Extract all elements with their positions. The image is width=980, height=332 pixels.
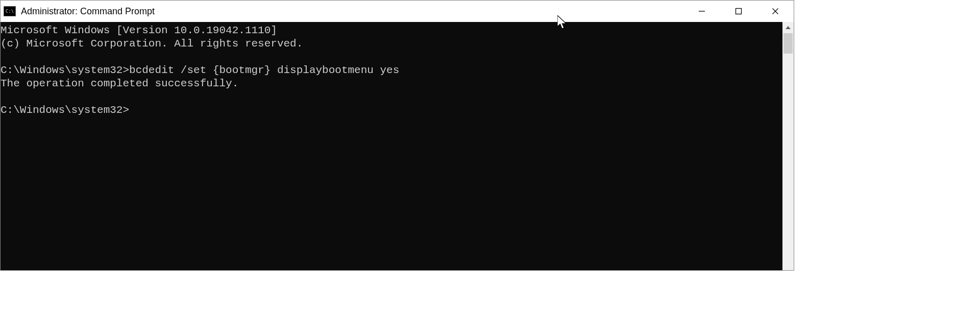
window-controls bbox=[683, 1, 794, 22]
app-icon-text: C:\ bbox=[6, 9, 14, 14]
minimize-button[interactable] bbox=[683, 1, 720, 22]
terminal-line bbox=[1, 90, 782, 104]
minimize-icon bbox=[698, 8, 705, 15]
scroll-track[interactable] bbox=[782, 33, 794, 270]
close-icon bbox=[772, 8, 779, 15]
terminal-line bbox=[1, 51, 782, 64]
terminal-area[interactable]: Microsoft Windows [Version 10.0.19042.11… bbox=[1, 22, 782, 270]
maximize-icon bbox=[735, 8, 742, 15]
command-prompt-window: C:\ Administrator: Command Prompt Micros… bbox=[0, 0, 794, 271]
titlebar[interactable]: C:\ Administrator: Command Prompt bbox=[1, 1, 794, 22]
terminal-line: The operation completed successfully. bbox=[1, 77, 782, 90]
svg-rect-1 bbox=[736, 9, 742, 14]
terminal-line: (c) Microsoft Corporation. All rights re… bbox=[1, 37, 782, 51]
scroll-up-arrow[interactable] bbox=[782, 22, 794, 33]
window-title: Administrator: Command Prompt bbox=[21, 6, 155, 17]
terminal-line: C:\Windows\system32>bcdedit /set {bootmg… bbox=[1, 64, 782, 77]
maximize-button[interactable] bbox=[720, 1, 757, 22]
chevron-up-icon bbox=[786, 26, 791, 29]
window-body: Microsoft Windows [Version 10.0.19042.11… bbox=[1, 22, 794, 270]
vertical-scrollbar[interactable] bbox=[782, 22, 794, 270]
close-button[interactable] bbox=[757, 1, 794, 22]
app-icon: C:\ bbox=[4, 6, 16, 16]
terminal-line: C:\Windows\system32> bbox=[1, 104, 782, 117]
scroll-thumb[interactable] bbox=[783, 33, 793, 54]
terminal-line: Microsoft Windows [Version 10.0.19042.11… bbox=[1, 24, 782, 37]
